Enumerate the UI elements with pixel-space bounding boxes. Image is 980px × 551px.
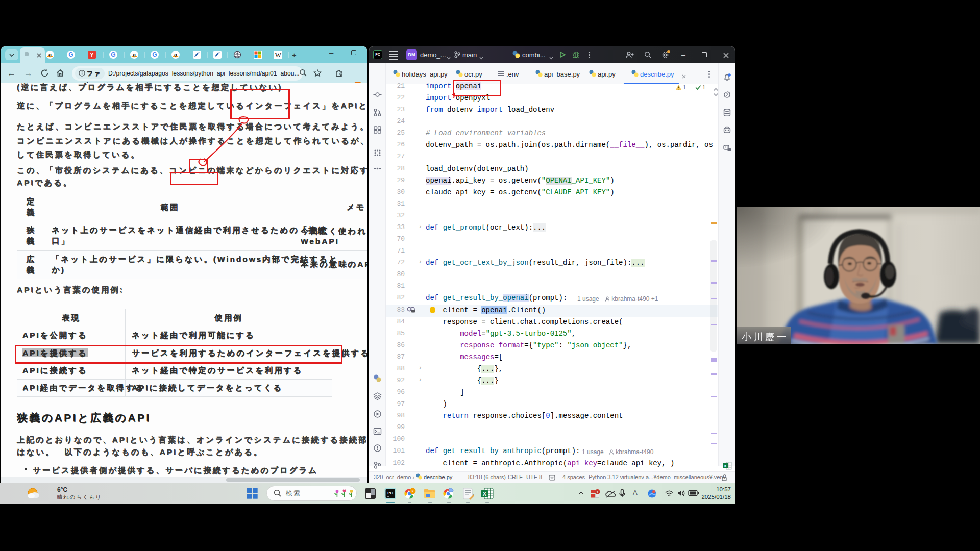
svg-text:W: W [275,51,282,59]
svg-text:Y: Y [90,52,94,58]
svg-text:PC: PC [387,491,393,495]
svg-text:G: G [152,51,157,58]
svg-text:G: G [68,51,73,58]
svg-text:G: G [111,51,115,58]
svg-text:X: X [483,491,487,497]
svg-text:X: X [724,464,727,468]
svg-text:k: k [412,489,414,493]
svg-text:1: 1 [596,490,599,494]
